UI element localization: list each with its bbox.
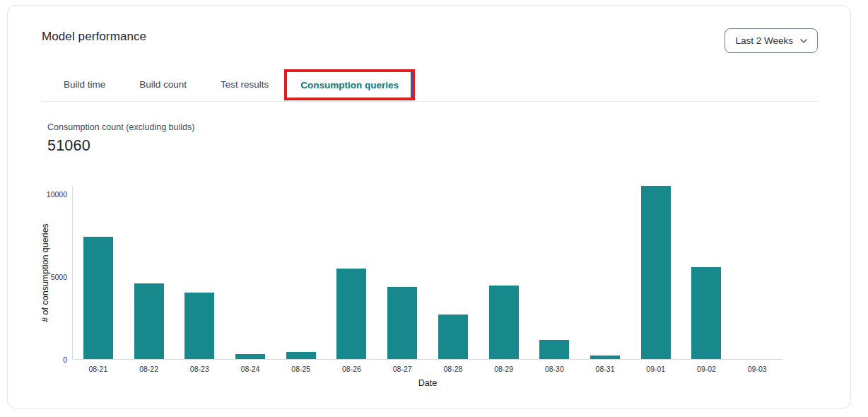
tab-test-results[interactable]: Test results [221,79,269,90]
bar-chart: # of consumption queries 0500010000 08-2… [72,186,782,360]
bar-slot: 09-03 [732,186,782,359]
bar-08-28[interactable] [438,315,468,359]
model-performance-card: Model performance Last 2 Weeks Build tim… [7,5,851,409]
x-tick-label: 08-31 [596,365,615,373]
x-axis-title: Date [73,378,782,388]
bar-08-21[interactable] [83,237,113,359]
bar-slot: 08-24 [225,186,276,359]
bar-08-22[interactable] [134,283,164,359]
bar-group: 08-2108-2208-2308-2408-2508-2608-2708-28… [73,186,782,359]
bar-slot: 08-31 [580,186,631,359]
x-tick-label: 08-27 [393,365,412,373]
bar-09-01[interactable] [641,186,671,359]
bar-08-30[interactable] [539,340,569,359]
y-tick-label: 0 [63,356,67,364]
x-tick-label: 08-22 [139,365,158,373]
x-tick-label: 09-02 [697,365,716,373]
metric-value: 51060 [47,137,90,155]
bar-08-25[interactable] [286,352,316,359]
y-axis-title: # of consumption queries [40,223,50,322]
chevron-down-icon [800,39,807,43]
bar-08-23[interactable] [184,293,214,359]
x-tick-label: 08-29 [494,365,513,373]
metric-label: Consumption count (excluding builds) [47,122,194,132]
tab-bar: Build time Build count Test results Cons… [64,68,415,101]
bar-slot: 08-25 [276,186,327,359]
bar-09-02[interactable] [691,267,721,359]
x-tick-label: 08-24 [241,365,260,373]
bar-slot: 08-23 [174,186,225,359]
bar-08-27[interactable] [387,287,417,359]
x-tick-label: 08-25 [291,365,310,373]
time-range-value: Last 2 Weeks [735,35,793,46]
x-tick-label: 09-03 [748,365,767,373]
bar-slot: 08-28 [428,186,479,359]
tab-build-time[interactable]: Build time [64,79,105,90]
x-tick-label: 08-21 [88,365,107,373]
tab-divider [42,101,818,102]
x-tick-label: 08-26 [342,365,361,373]
bar-slot: 08-22 [124,186,175,359]
y-tick-label: 5000 [51,273,67,281]
time-range-dropdown[interactable]: Last 2 Weeks [725,28,818,53]
tab-build-count[interactable]: Build count [139,79,187,90]
x-tick-label: 08-23 [190,365,209,373]
bar-slot: 08-27 [377,186,428,359]
bar-slot: 08-26 [327,186,377,359]
page-title: Model performance [42,30,146,44]
bar-08-26[interactable] [336,269,366,359]
bar-slot: 08-30 [529,186,580,359]
tab-consumption-queries[interactable]: Consumption queries [300,80,399,90]
x-tick-label: 09-01 [646,365,665,373]
bar-slot: 08-21 [73,186,124,359]
x-tick-label: 08-30 [545,365,564,373]
bar-08-29[interactable] [489,286,519,359]
highlight-box: Consumption queries [284,69,415,100]
bar-slot: 08-29 [479,186,529,359]
bar-08-24[interactable] [235,354,265,359]
bar-slot: 09-02 [681,186,732,359]
y-tick-label: 10000 [47,190,67,199]
bar-08-31[interactable] [590,356,620,359]
bar-slot: 09-01 [631,186,681,359]
x-tick-label: 08-28 [443,365,462,373]
